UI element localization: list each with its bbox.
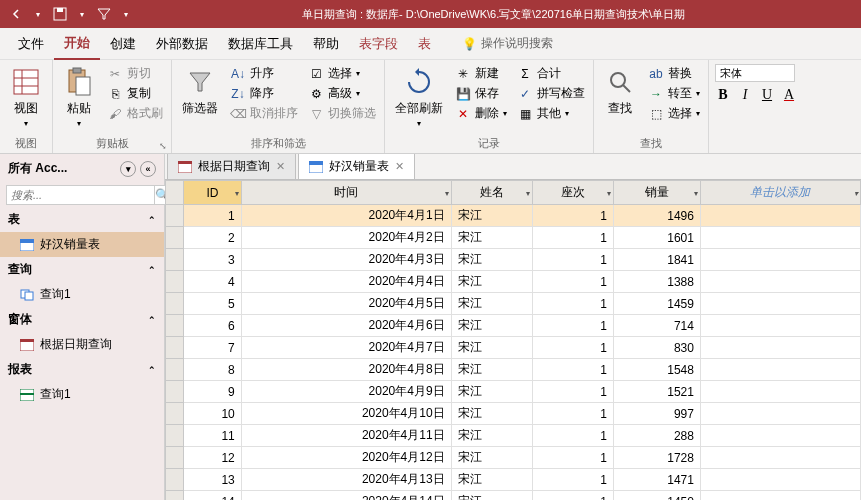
cell-name[interactable]: 宋江 bbox=[451, 249, 532, 271]
goto-button[interactable]: →转至▾ bbox=[646, 84, 702, 103]
nav-dropdown-icon[interactable]: ▾ bbox=[120, 161, 136, 177]
cell-seat[interactable]: 1 bbox=[532, 447, 613, 469]
cell-add[interactable] bbox=[700, 337, 860, 359]
cell-time[interactable]: 2020年4月11日 bbox=[241, 425, 451, 447]
table-row[interactable]: 5 2020年4月5日 宋江 1 1459 bbox=[166, 293, 861, 315]
table-row[interactable]: 12 2020年4月12日 宋江 1 1728 bbox=[166, 447, 861, 469]
table-row[interactable]: 7 2020年4月7日 宋江 1 830 bbox=[166, 337, 861, 359]
row-header[interactable] bbox=[166, 359, 184, 381]
cell-sales[interactable]: 1388 bbox=[613, 271, 700, 293]
row-header[interactable] bbox=[166, 205, 184, 227]
col-add[interactable]: 单击以添加▾ bbox=[700, 181, 860, 205]
cell-name[interactable]: 宋江 bbox=[451, 315, 532, 337]
cell-id[interactable]: 4 bbox=[184, 271, 242, 293]
row-header[interactable] bbox=[166, 491, 184, 501]
cell-name[interactable]: 宋江 bbox=[451, 205, 532, 227]
cell-id[interactable]: 2 bbox=[184, 227, 242, 249]
clipboard-launcher-icon[interactable]: ⤡ bbox=[159, 141, 169, 151]
cell-name[interactable]: 宋江 bbox=[451, 293, 532, 315]
cell-id[interactable]: 7 bbox=[184, 337, 242, 359]
cell-time[interactable]: 2020年4月1日 bbox=[241, 205, 451, 227]
col-seat[interactable]: 座次▾ bbox=[532, 181, 613, 205]
cell-sales[interactable]: 1450 bbox=[613, 491, 700, 501]
table-row[interactable]: 9 2020年4月9日 宋江 1 1521 bbox=[166, 381, 861, 403]
menu-dbtools[interactable]: 数据库工具 bbox=[218, 29, 303, 59]
cell-id[interactable]: 12 bbox=[184, 447, 242, 469]
cell-seat[interactable]: 1 bbox=[532, 205, 613, 227]
cell-time[interactable]: 2020年4月4日 bbox=[241, 271, 451, 293]
cell-sales[interactable]: 714 bbox=[613, 315, 700, 337]
cell-id[interactable]: 13 bbox=[184, 469, 242, 491]
cell-sales[interactable]: 1521 bbox=[613, 381, 700, 403]
row-header[interactable] bbox=[166, 227, 184, 249]
cell-sales[interactable]: 1471 bbox=[613, 469, 700, 491]
cell-sales[interactable]: 1728 bbox=[613, 447, 700, 469]
cell-time[interactable]: 2020年4月6日 bbox=[241, 315, 451, 337]
filter-dropdown-icon[interactable]: ▾ bbox=[118, 6, 134, 22]
select-button[interactable]: ⬚选择▾ bbox=[646, 104, 702, 123]
cell-sales[interactable]: 1841 bbox=[613, 249, 700, 271]
view-button[interactable]: 视图 ▾ bbox=[6, 64, 46, 130]
filter-icon[interactable] bbox=[96, 6, 112, 22]
cell-id[interactable]: 8 bbox=[184, 359, 242, 381]
cell-seat[interactable]: 1 bbox=[532, 315, 613, 337]
cell-id[interactable]: 3 bbox=[184, 249, 242, 271]
font-family-input[interactable] bbox=[715, 64, 795, 82]
totals-button[interactable]: Σ合计 bbox=[515, 64, 587, 83]
sort-desc-button[interactable]: Z↓降序 bbox=[228, 84, 300, 103]
qat-dropdown-icon[interactable]: ▾ bbox=[74, 6, 90, 22]
cell-add[interactable] bbox=[700, 403, 860, 425]
tell-me[interactable]: 💡 操作说明搜索 bbox=[461, 35, 553, 52]
cell-sales[interactable]: 1548 bbox=[613, 359, 700, 381]
cell-name[interactable]: 宋江 bbox=[451, 381, 532, 403]
select-all-cell[interactable] bbox=[166, 181, 184, 205]
cell-time[interactable]: 2020年4月2日 bbox=[241, 227, 451, 249]
clear-sort-button[interactable]: ⌫取消排序 bbox=[228, 104, 300, 123]
tab-query[interactable]: 根据日期查询 ✕ bbox=[167, 154, 296, 179]
cell-sales[interactable]: 997 bbox=[613, 403, 700, 425]
table-row[interactable]: 3 2020年4月3日 宋江 1 1841 bbox=[166, 249, 861, 271]
cell-sales[interactable]: 830 bbox=[613, 337, 700, 359]
cell-time[interactable]: 2020年4月7日 bbox=[241, 337, 451, 359]
cell-name[interactable]: 宋江 bbox=[451, 425, 532, 447]
cell-seat[interactable]: 1 bbox=[532, 403, 613, 425]
delete-button[interactable]: ✕删除▾ bbox=[453, 104, 509, 123]
col-sales[interactable]: 销量▾ bbox=[613, 181, 700, 205]
menu-create[interactable]: 创建 bbox=[100, 29, 146, 59]
nav-section-queries[interactable]: 查询⌃ bbox=[0, 257, 164, 282]
italic-button[interactable]: I bbox=[737, 87, 753, 103]
cell-id[interactable]: 6 bbox=[184, 315, 242, 337]
row-header[interactable] bbox=[166, 403, 184, 425]
cell-name[interactable]: 宋江 bbox=[451, 271, 532, 293]
cell-sales[interactable]: 1601 bbox=[613, 227, 700, 249]
cell-add[interactable] bbox=[700, 205, 860, 227]
save-button[interactable]: 💾保存 bbox=[453, 84, 509, 103]
menu-help[interactable]: 帮助 bbox=[303, 29, 349, 59]
cell-add[interactable] bbox=[700, 425, 860, 447]
cell-add[interactable] bbox=[700, 293, 860, 315]
row-header[interactable] bbox=[166, 315, 184, 337]
row-header[interactable] bbox=[166, 447, 184, 469]
cell-name[interactable]: 宋江 bbox=[451, 227, 532, 249]
row-header[interactable] bbox=[166, 271, 184, 293]
cell-add[interactable] bbox=[700, 249, 860, 271]
cell-add[interactable] bbox=[700, 227, 860, 249]
nav-collapse-icon[interactable]: « bbox=[140, 161, 156, 177]
cell-name[interactable]: 宋江 bbox=[451, 491, 532, 501]
cell-add[interactable] bbox=[700, 469, 860, 491]
underline-button[interactable]: U bbox=[759, 87, 775, 103]
cell-id[interactable]: 14 bbox=[184, 491, 242, 501]
close-icon[interactable]: ✕ bbox=[395, 160, 404, 173]
nav-search-input[interactable] bbox=[6, 185, 155, 205]
cell-add[interactable] bbox=[700, 359, 860, 381]
table-row[interactable]: 11 2020年4月11日 宋江 1 288 bbox=[166, 425, 861, 447]
cell-id[interactable]: 10 bbox=[184, 403, 242, 425]
cell-id[interactable]: 5 bbox=[184, 293, 242, 315]
cell-name[interactable]: 宋江 bbox=[451, 337, 532, 359]
nav-obj-report1[interactable]: 查询1 bbox=[0, 382, 164, 407]
cell-time[interactable]: 2020年4月12日 bbox=[241, 447, 451, 469]
cell-time[interactable]: 2020年4月14日 bbox=[241, 491, 451, 501]
cell-add[interactable] bbox=[700, 315, 860, 337]
table-row[interactable]: 6 2020年4月6日 宋江 1 714 bbox=[166, 315, 861, 337]
cell-sales[interactable]: 1496 bbox=[613, 205, 700, 227]
